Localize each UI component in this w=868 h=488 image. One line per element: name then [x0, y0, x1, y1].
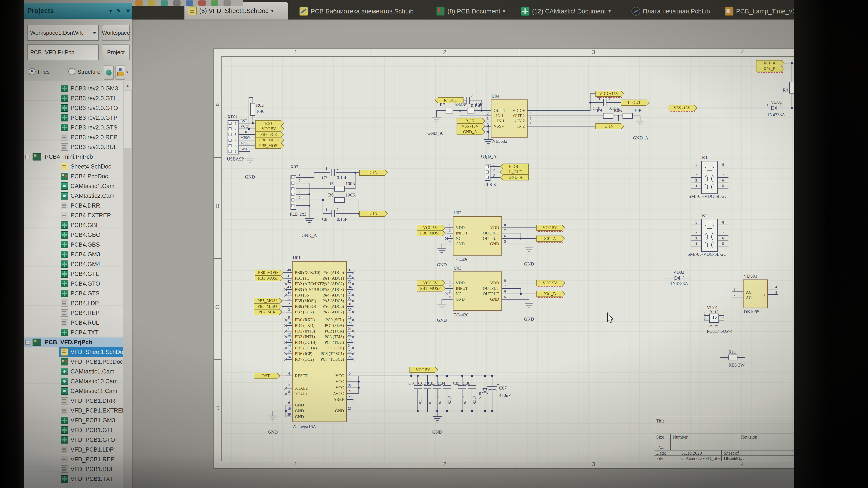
- tree-item-camtastic10-cam[interactable]: CAMtastic10.Cam: [24, 377, 123, 386]
- tree-item-pcb4-ldp[interactable]: PCB4.LDP: [24, 298, 123, 308]
- vault-button[interactable]: [104, 65, 114, 80]
- pin-number: 35: [348, 280, 351, 283]
- tree-item-vfd-sheet1-schdoc[interactable]: VFD_Sheet1.SchDoc: [24, 347, 123, 357]
- tree-item-pcb4-extrep[interactable]: PCB4.EXTREP: [24, 210, 123, 220]
- project-button[interactable]: Project: [102, 44, 130, 60]
- zone-row-label: D: [215, 405, 220, 412]
- tree-expander-icon[interactable]: [25, 340, 30, 345]
- tree-item-pcb4-gts[interactable]: PCB4.GTS: [24, 289, 123, 298]
- tree-item-pcb4-gbs[interactable]: PCB4.GBS: [24, 240, 123, 250]
- pin-number: 6: [288, 401, 290, 404]
- pin-number: 2: [449, 284, 451, 288]
- workspace-dropdown[interactable]: Workspace1.DsnWrk: [27, 25, 99, 41]
- tree-item-vfd-pcb1-ldp[interactable]: VFD_PCB1.LDP: [24, 445, 123, 455]
- tree-item-label: VFD_PCB1.GTO: [70, 436, 115, 443]
- pin-name: PC5 (TDI): [326, 346, 344, 351]
- tree-item-pcb4-gtl[interactable]: PCB4.GTL: [24, 269, 123, 279]
- tree-item-vfd-pcb1-gtl[interactable]: VFD_PCB1.GTL: [24, 425, 123, 435]
- pin-name: VDD: [490, 225, 499, 230]
- toolbar-icon[interactable]: [211, 0, 218, 6]
- sch-label: U02: [454, 210, 461, 215]
- project-dropdown[interactable]: PCB_VFD.PrjPcb: [27, 44, 99, 60]
- tree-item-vfd-pcb1-gto[interactable]: VFD_PCB1.GTO: [24, 435, 123, 445]
- resistor: [335, 186, 344, 191]
- panel-scroll-up-icon[interactable]: ▲: [123, 81, 132, 90]
- toolbar-icon[interactable]: [148, 0, 155, 6]
- chevron-down-icon[interactable]: ▾: [110, 8, 112, 14]
- sch-label: 2: [471, 94, 473, 98]
- tree-item-pcb4-rep[interactable]: PCB4.REP: [24, 308, 123, 318]
- tab-4[interactable]: Плата печатная.PcbLib: [631, 3, 716, 20]
- tree-item-camtastic11-cam[interactable]: CAMtastic11.Cam: [24, 386, 123, 396]
- tab-3[interactable]: (12) CAMtastic! Document▾: [521, 3, 621, 20]
- tree-item-pcb4-mini-prjpcb[interactable]: PCB4_mini.PrjPcb: [24, 152, 123, 162]
- tree-item-pcb3-rev2-0-rep[interactable]: PCB3 rev2.0.REP: [24, 132, 123, 142]
- tree-item-pcb4-gm4[interactable]: PCB4.GM4: [24, 259, 123, 269]
- close-icon[interactable]: ✕: [126, 8, 130, 14]
- workspace-button[interactable]: Workspace: [102, 25, 130, 41]
- open-project-arrow-icon[interactable]: ▾: [126, 70, 128, 75]
- open-project-button[interactable]: [116, 65, 125, 80]
- connector-pin: [486, 165, 489, 168]
- tree-item-camtastic1-cam[interactable]: CAMtastic1.Cam: [24, 181, 123, 191]
- tree-item-vfd-pcb1-pcbdoc[interactable]: VFD_PCB1.PcbDoc: [24, 357, 123, 367]
- tree-item-pcb4-gbl[interactable]: PCB4.GBL: [24, 220, 123, 230]
- files-radio[interactable]: [29, 68, 36, 75]
- structure-radio[interactable]: [68, 68, 75, 75]
- tree-item-pcb4-txt[interactable]: PCB4.TXT: [24, 328, 123, 337]
- tree-item-pcb3-rev2-0-rul[interactable]: PCB3 rev2.0.RUL: [24, 142, 123, 152]
- sch-label: C7: [322, 175, 327, 180]
- tree-item-pcb4-drr[interactable]: PCB4.DRR: [24, 201, 123, 210]
- toolbar-icon[interactable]: [161, 0, 168, 6]
- tab-caret-icon[interactable]: ▾: [609, 8, 611, 14]
- panel-scroll-thumb[interactable]: [124, 91, 131, 148]
- tab-caret-icon[interactable]: ▾: [271, 8, 273, 14]
- tree-item-pcb4-gto[interactable]: PCB4.GTO: [24, 279, 123, 289]
- sch-label: 2: [734, 293, 736, 297]
- tree-item-vfd-pcb1-drr[interactable]: VFD_PCB1.DRR: [24, 396, 123, 406]
- doc-file-icon: [61, 407, 68, 414]
- schematic-editor[interactable]: 11223344ABCD1OUT 12- IN 13+ IN 14VSS -8V…: [182, 17, 805, 488]
- tree-item-vfd-pcb1-rep[interactable]: VFD_PCB1.REP: [24, 455, 123, 464]
- tree-item-vfd-pcb1-gm3[interactable]: VFD_PCB1.GM3: [24, 416, 123, 425]
- pin-icon[interactable]: ✎: [117, 8, 121, 14]
- tree-item-label: PCB4.LDP: [70, 300, 99, 307]
- tree-item-pcb-vfd-prjpcb[interactable]: PCB_VFD.PrjPcb: [24, 337, 123, 347]
- tree-item-camtastic1-cam[interactable]: CAMtastic1.Cam: [24, 367, 123, 377]
- pin-number: 42: [287, 280, 291, 283]
- tree-item-sheet4-schdoc[interactable]: Sheet4.SchDoc: [24, 162, 123, 171]
- port-label: PB5_MOSI: [257, 298, 277, 303]
- tree-item-pcb3-rev2-0-gtl[interactable]: PCB3 rev2.0.GTL: [24, 94, 123, 103]
- toolbar-icon[interactable]: [223, 0, 231, 6]
- junction-dot: [248, 128, 250, 130]
- pin-number: 6: [504, 290, 506, 293]
- tree-item-pcb3-rev2-0-gtp[interactable]: PCB3 rev2.0.GTP: [24, 113, 123, 123]
- toolbar-icon[interactable]: [186, 0, 193, 6]
- tree-item-pcb3-rev2-0-gm3[interactable]: PCB3 rev2.0.GM3: [24, 84, 123, 94]
- tab-caret-icon[interactable]: ▾: [503, 8, 505, 14]
- connector-pin: [229, 150, 231, 153]
- pin-number: 1: [449, 223, 451, 227]
- tree-item-pcb4-pcbdoc[interactable]: PCB4.PcbDoc: [24, 171, 123, 181]
- toolbar-icon[interactable]: [198, 0, 206, 6]
- panel-scrollbar[interactable]: ▲: [123, 81, 132, 488]
- tree-expander-icon[interactable]: [25, 155, 30, 159]
- sheet-file-icon: [61, 348, 68, 356]
- tree-item-pcb4-rul[interactable]: PCB4.RUL: [24, 318, 123, 328]
- tab-1[interactable]: PCB Библиотека элементов.SchLib: [300, 3, 421, 20]
- tree-item-pcb3-rev2-0-gts[interactable]: PCB3 rev2.0.GTS: [24, 123, 123, 132]
- tree-item-vfd-pcb1-extrep[interactable]: VFD_PCB1.EXTREP: [24, 406, 123, 416]
- toolbar-icon[interactable]: [173, 0, 181, 6]
- sch-label: Revision: [741, 434, 757, 440]
- tree-item-pcb4-gbo[interactable]: PCB4.GBO: [24, 230, 123, 240]
- tab-2[interactable]: (8) PCB Document▾: [436, 3, 508, 20]
- tree-item-camtastic2-cam[interactable]: CAMtastic2.Cam: [24, 191, 123, 201]
- port-label: R_OUT: [444, 98, 457, 102]
- tree-item-vfd-pcb1-rul[interactable]: VFD_PCB1.RUL: [24, 464, 123, 474]
- pin-name: PD6 (ICP): [295, 351, 312, 356]
- tree-item-pcb3-rev2-0-gto[interactable]: PCB3 rev2.0.GTO: [24, 103, 123, 113]
- tree-item-vfd-pcb1-txt[interactable]: VFD_PCB1.TXT: [24, 474, 123, 484]
- tree-item-pcb4-gm3[interactable]: PCB4.GM3: [24, 250, 123, 259]
- pin-name: PB2 (AIN0/INT2): [295, 282, 325, 286]
- toolbar-icon[interactable]: [135, 0, 143, 6]
